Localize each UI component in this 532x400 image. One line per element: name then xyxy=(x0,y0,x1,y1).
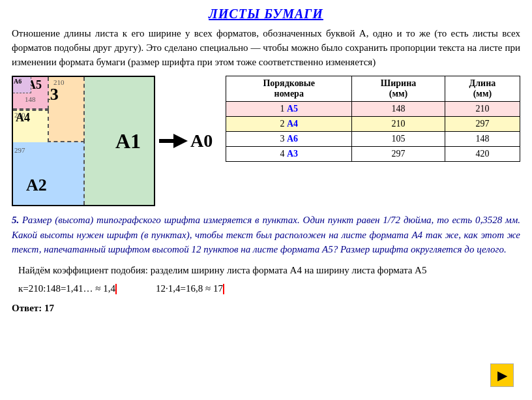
cell-num: 3 А6 xyxy=(226,132,352,147)
next-arrow-icon: ▶ xyxy=(497,367,507,383)
cell-label: А6 xyxy=(287,134,298,144)
cell-length: 148 xyxy=(445,132,520,147)
table-area: Порядковыеномера Ширина(мм) Длина(мм) 1 … xyxy=(226,76,520,162)
cell-label: А3 xyxy=(287,149,298,159)
col-header-width: Ширина(мм) xyxy=(352,76,445,102)
next-button[interactable]: ▶ xyxy=(490,363,514,387)
page-wrapper: ЛИСТЫ БУМАГИ Отношение длины листа к его… xyxy=(12,7,520,393)
main-content: А2 А3 А4 А5 А6 А1 210 148 210 297 xyxy=(12,76,520,206)
a1-label: А1 xyxy=(115,129,141,153)
formula1: к=210:148=1,41… ≈ 1,4 xyxy=(18,281,117,296)
intro-text: Отношение длины листа к его ширине у все… xyxy=(12,27,520,69)
solution-section: Найдём коэффициент подобия: разделим шир… xyxy=(12,262,520,316)
cell-width: 297 xyxy=(352,147,445,162)
problem-text: 5. Размер (высота) типографского шрифта … xyxy=(12,213,520,257)
cell-length: 210 xyxy=(445,102,520,117)
cell-width: 105 xyxy=(352,132,445,147)
cursor2 xyxy=(223,284,224,294)
dim-297: 297 xyxy=(14,146,25,154)
col-header-length: Длина(мм) xyxy=(445,76,520,102)
answer-line: Ответ: 17 xyxy=(12,300,520,316)
cell-num: 4 А3 xyxy=(226,147,352,162)
svg-marker-0 xyxy=(159,134,188,148)
cell-length: 297 xyxy=(445,117,520,132)
answer-label: Ответ: xyxy=(12,303,42,313)
formula2: 12·1,4=16,8 ≈ 17 xyxy=(156,281,224,296)
a0-area: А0 xyxy=(159,131,213,151)
data-table: Порядковыеномера Ширина(мм) Длина(мм) 1 … xyxy=(226,76,520,162)
cell-length: 420 xyxy=(445,147,520,162)
cell-num: 1 А5 xyxy=(226,102,352,117)
col-header-num: Порядковыеномера xyxy=(226,76,352,102)
problem-body: Размер (высота) типографского шрифта изм… xyxy=(12,215,520,254)
a6-label: А6 xyxy=(14,78,22,85)
table-row: 1 А5 148 210 xyxy=(226,102,520,117)
table-row: 3 А6 105 148 xyxy=(226,132,520,147)
table-row: 4 А3 297 420 xyxy=(226,147,520,162)
solution-intro: Найдём коэффициент подобия: разделим шир… xyxy=(12,262,520,278)
table-row: 2 А4 210 297 xyxy=(226,117,520,132)
cell-width: 210 xyxy=(352,117,445,132)
a0-label: А0 xyxy=(190,131,213,151)
cell-label: А5 xyxy=(287,104,298,114)
cursor1 xyxy=(115,284,117,294)
formula-line: к=210:148=1,41… ≈ 1,4 12·1,4=16,8 ≈ 17 xyxy=(18,281,520,296)
page-title: ЛИСТЫ БУМАГИ xyxy=(12,7,520,22)
dim-148: 148 xyxy=(25,95,36,103)
dim-210-left: 210 xyxy=(14,111,25,119)
dim-210-top: 210 xyxy=(53,78,65,86)
problem-section: 5. Размер (высота) типографского шрифта … xyxy=(12,213,520,257)
paper-diagram: А2 А3 А4 А5 А6 А1 210 148 210 297 xyxy=(12,76,155,206)
diagram-area: А2 А3 А4 А5 А6 А1 210 148 210 297 xyxy=(12,76,213,206)
a2-label: А2 xyxy=(26,176,47,195)
problem-number: 5. xyxy=(12,215,19,225)
arrow-icon xyxy=(159,134,188,148)
cell-label: А4 xyxy=(287,119,298,129)
cell-num: 2 А4 xyxy=(226,117,352,132)
answer-value: 17 xyxy=(44,303,54,313)
cell-width: 148 xyxy=(352,102,445,117)
